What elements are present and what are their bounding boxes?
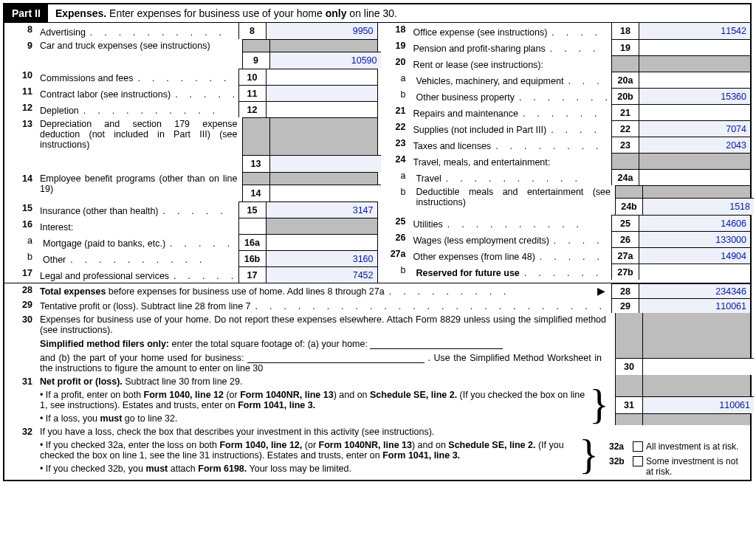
- box-24: [611, 153, 639, 169]
- box-21: 21: [611, 104, 639, 120]
- value-24: [639, 153, 750, 169]
- line-20: 20Rent or lease (see instructions):: [378, 55, 751, 72]
- line-18: 18Office expense (see instructions). . .…: [378, 23, 751, 39]
- left-column: 8Advertising. . . . . . . . . .899509Car…: [4, 23, 378, 283]
- line-32-checkboxes: 32a All investment is at risk. 32b Some …: [605, 425, 750, 480]
- box-17: 17: [238, 266, 266, 283]
- right-column: 18Office expense (see instructions). . .…: [378, 23, 751, 283]
- arrow-icon: ▶: [594, 285, 608, 297]
- expense-columns: 8Advertising. . . . . . . . . .899509Car…: [4, 23, 750, 283]
- bottom-section: 28 Total expenses before expenses for bu…: [4, 283, 750, 480]
- line-29: 29 Tentative profit or (loss). Subtract …: [4, 298, 750, 313]
- line-20b: bOther business property. . . . . . . . …: [378, 88, 751, 104]
- value-11[interactable]: [266, 85, 377, 101]
- business-sqft-input[interactable]: [247, 352, 425, 363]
- line-21: 21Repairs and maintenance. . . . . . . .…: [378, 104, 751, 120]
- value-21[interactable]: [639, 104, 750, 120]
- line-14: 14Employee benefit programs (other than …: [4, 172, 377, 202]
- box-29: 29: [611, 298, 639, 313]
- line-17: 17Legal and professional services. . . .…: [4, 266, 377, 283]
- box-16: [238, 218, 266, 234]
- box-31: 31: [616, 396, 642, 413]
- box-22: 22: [611, 120, 639, 137]
- value-19[interactable]: [639, 39, 750, 55]
- line-10: 10Commissions and fees. . . . . . . . . …: [4, 69, 377, 85]
- line-31: 31 Net profit or (loss). Subtract line 3…: [4, 375, 750, 425]
- value-16b[interactable]: 3160: [266, 250, 377, 266]
- value-16: [266, 218, 377, 234]
- value-29[interactable]: 110061: [639, 298, 750, 313]
- value-24b[interactable]: 1518: [643, 198, 754, 215]
- value-23[interactable]: 2043: [639, 137, 750, 153]
- value-31[interactable]: 110061: [643, 396, 754, 413]
- box-8: 8: [238, 23, 266, 39]
- line-19: 19Pension and profit-sharing plans. . . …: [378, 39, 751, 55]
- part-header: Part II Expenses. Enter expenses for bus…: [4, 4, 750, 23]
- line-27a: 27aOther expenses (from line 48). . . . …: [378, 247, 751, 264]
- line-20a: aVehicles, machinery, and equipment. . .…: [378, 72, 751, 88]
- line-15: 15Insurance (other than health). . . . .…: [4, 202, 377, 218]
- box-27b: 27b: [611, 264, 639, 280]
- box-10: 10: [238, 69, 266, 85]
- value-16a[interactable]: [266, 234, 377, 250]
- value-14[interactable]: [270, 185, 381, 202]
- line-12: 12Depletion. . . . . . . . . .12: [4, 101, 377, 117]
- box-27a: 27a: [611, 247, 639, 264]
- home-sqft-input[interactable]: [370, 338, 503, 349]
- line-24: 24Travel, meals, and entertainment:: [378, 153, 751, 169]
- value-30[interactable]: [643, 358, 754, 375]
- box-25: 25: [611, 215, 639, 231]
- line-24a: aTravel. . . . . . . . . .24a: [378, 169, 751, 185]
- value-24a[interactable]: [639, 169, 750, 185]
- box-9: 9: [243, 52, 269, 69]
- line-8: 8Advertising. . . . . . . . . .89950: [4, 23, 377, 39]
- box-26: 26: [611, 231, 639, 247]
- value-26[interactable]: 133000: [639, 231, 750, 247]
- value-12[interactable]: [266, 101, 377, 117]
- box-12: 12: [238, 101, 266, 117]
- box-11: 11: [238, 85, 266, 101]
- box-28: 28: [611, 283, 639, 298]
- line-28: 28 Total expenses before expenses for bu…: [4, 283, 750, 298]
- value-20a[interactable]: [639, 72, 750, 88]
- checkbox-32a[interactable]: [633, 441, 643, 452]
- box-15: 15: [238, 202, 266, 218]
- part-title: Expenses. Enter expenses for business us…: [48, 7, 397, 19]
- box-30: 30: [616, 358, 642, 375]
- value-17[interactable]: 7452: [266, 266, 377, 283]
- line-16: 16Interest:: [4, 218, 377, 234]
- line-22: 22Supplies (not included in Part III). .…: [378, 120, 751, 137]
- box-20a: 20a: [611, 72, 639, 88]
- value-15[interactable]: 3147: [266, 202, 377, 218]
- value-27a[interactable]: 14904: [639, 247, 750, 264]
- brace-icon: }: [579, 437, 602, 474]
- value-13[interactable]: [270, 155, 381, 172]
- line-9: 9Car and truck expenses (see instruction…: [4, 39, 377, 69]
- line-24b: bDeductible meals and entertainment (see…: [378, 185, 751, 215]
- value-28[interactable]: 234346: [639, 283, 750, 298]
- line-23: 23Taxes and licenses. . . . . . . . . .2…: [378, 137, 751, 153]
- box-20b: 20b: [611, 88, 639, 104]
- line-11: 11Contract labor (see instructions). . .…: [4, 85, 377, 101]
- value-27b[interactable]: [639, 264, 750, 280]
- value-10[interactable]: [266, 69, 377, 85]
- box-16a: 16a: [238, 234, 266, 250]
- line-27b: bReserved for future use. . . . . . . . …: [378, 264, 751, 280]
- value-8[interactable]: 9950: [266, 23, 377, 39]
- line-16a: aMortgage (paid to banks, etc.). . . . .…: [4, 234, 377, 250]
- value-25[interactable]: 14606: [639, 215, 750, 231]
- line-25: 25Utilities. . . . . . . . . .2514606: [378, 215, 751, 231]
- value-22[interactable]: 7074: [639, 120, 750, 137]
- part-badge: Part II: [4, 4, 48, 22]
- value-18[interactable]: 11542: [639, 23, 750, 39]
- line-26: 26Wages (less employment credits). . . .…: [378, 231, 751, 247]
- line-30: 30 Expenses for business use of your hom…: [4, 313, 750, 375]
- checkbox-32b[interactable]: [633, 456, 643, 466]
- value-9[interactable]: 10590: [270, 52, 381, 69]
- box-18: 18: [611, 23, 639, 39]
- box-20: [611, 55, 639, 72]
- box-24a: 24a: [611, 169, 639, 185]
- line-32: 32 If you have a loss, check the box tha…: [4, 425, 750, 480]
- brace-icon: }: [589, 387, 612, 424]
- value-20b[interactable]: 15360: [639, 88, 750, 104]
